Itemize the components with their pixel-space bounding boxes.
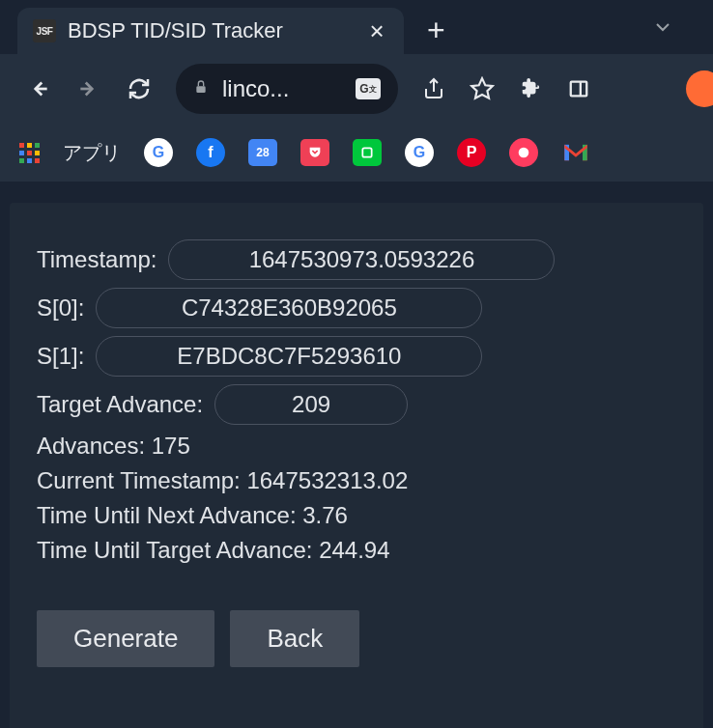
star-icon[interactable] (462, 69, 502, 109)
close-icon[interactable]: × (365, 16, 388, 46)
lock-icon (193, 79, 209, 98)
bookmark-calendar[interactable]: 28 (248, 139, 277, 166)
forward-button[interactable] (68, 68, 110, 110)
s0-label: S[0]: (37, 294, 84, 322)
current-timestamp-label: Current Timestamp: (37, 467, 246, 493)
svg-rect-7 (362, 148, 371, 156)
url-text: linco... (222, 75, 342, 102)
button-row: Generate Back (37, 610, 676, 667)
timestamp-input[interactable]: 1647530973.0593226 (168, 239, 555, 280)
svg-marker-4 (471, 78, 493, 98)
generate-button[interactable]: Generate (37, 610, 214, 667)
tracker-page: Timestamp: 1647530973.0593226 S[0]: C743… (10, 203, 703, 728)
profile-avatar[interactable] (686, 70, 713, 107)
bookmark-pinterest[interactable]: P (457, 138, 486, 167)
bookmark-google[interactable]: G (144, 138, 173, 167)
time-next-row: Time Until Next Advance: 3.76 (37, 502, 676, 529)
advances-value: 175 (152, 433, 190, 459)
bookmark-app-red[interactable] (509, 138, 538, 167)
time-target-row: Time Until Target Advance: 244.94 (37, 537, 676, 564)
s1-label: S[1]: (37, 343, 84, 370)
apps-label[interactable]: アプリ (63, 140, 121, 166)
current-timestamp-row: Current Timestamp: 1647532313.02 (37, 467, 676, 494)
browser-toolbar: linco... G文 (0, 54, 713, 124)
svg-rect-2 (196, 86, 205, 93)
sidepanel-icon[interactable] (558, 69, 599, 109)
browser-chrome: JSF BDSP TID/SID Tracker × + linco... G文 (0, 0, 713, 212)
tab-title: BDSP TID/SID Tracker (68, 18, 354, 43)
advances-row: Advances: 175 (37, 433, 676, 460)
bookmark-facebook[interactable]: f (196, 138, 225, 167)
time-target-value: 244.94 (319, 537, 389, 563)
svg-point-8 (519, 148, 529, 158)
translate-icon[interactable]: G文 (356, 78, 381, 99)
bookmark-pocket[interactable] (300, 139, 329, 166)
address-bar[interactable]: linco... G文 (176, 64, 398, 114)
time-next-value: 3.76 (302, 502, 348, 528)
bookmark-google-2[interactable]: G (405, 138, 434, 167)
advances-label: Advances: (37, 433, 152, 459)
time-next-label: Time Until Next Advance: (37, 502, 302, 528)
reload-button[interactable] (118, 68, 160, 110)
back-button-app[interactable]: Back (230, 610, 359, 667)
target-advance-label: Target Advance: (37, 391, 203, 418)
bookmark-gmail[interactable] (561, 138, 590, 167)
back-button[interactable] (17, 68, 60, 110)
svg-rect-5 (571, 82, 587, 97)
current-timestamp-value: 1647532313.02 (246, 467, 408, 493)
tab-favicon: JSF (33, 19, 56, 42)
new-tab-button[interactable]: + (427, 13, 445, 48)
bookmarks-bar: アプリ G f 28 G P (0, 124, 713, 182)
s1-input[interactable]: E7BDC8C7F5293610 (96, 336, 482, 377)
target-advance-input[interactable]: 209 (214, 384, 408, 425)
time-target-label: Time Until Target Advance: (37, 537, 319, 563)
bookmark-app-green[interactable] (353, 139, 382, 166)
share-icon[interactable] (414, 69, 454, 109)
extensions-icon[interactable] (510, 69, 551, 109)
s0-input[interactable]: C74328E360B92065 (96, 288, 482, 328)
apps-icon[interactable] (19, 143, 40, 163)
timestamp-label: Timestamp: (37, 246, 157, 273)
chevron-down-icon[interactable] (651, 15, 674, 42)
browser-tab[interactable]: JSF BDSP TID/SID Tracker × (17, 8, 404, 54)
tab-bar: JSF BDSP TID/SID Tracker × + (0, 0, 713, 54)
